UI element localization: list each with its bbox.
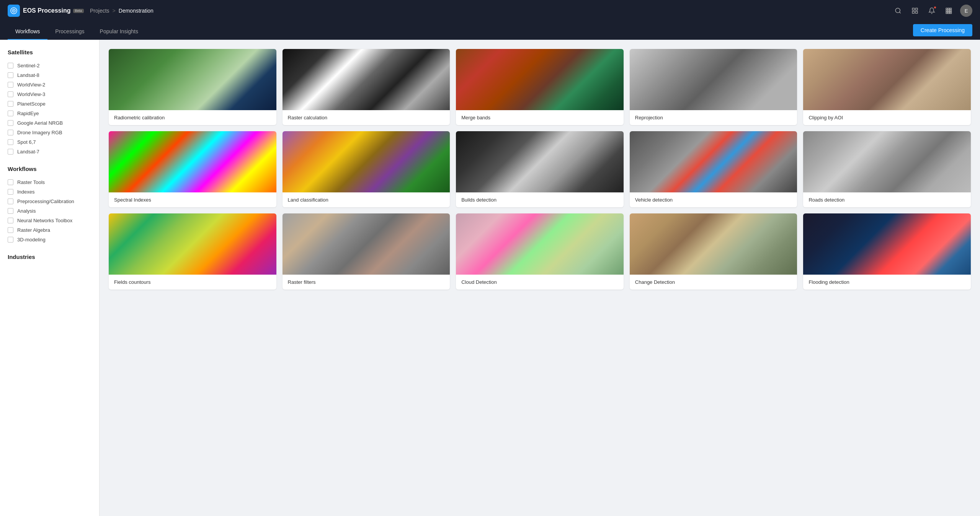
card-flooding[interactable]: Flooding detection (803, 213, 971, 290)
sidebar-label-3d-modeling: 3D-modeling (17, 237, 46, 243)
sidebar-item-sentinel-2[interactable]: Sentinel-2 (8, 61, 91, 70)
sidebar-item-landsat-8[interactable]: Landsat-8 (8, 70, 91, 80)
checkbox-landsat-8[interactable] (8, 72, 13, 78)
checkbox-indexes[interactable] (8, 189, 13, 195)
card-image-cloud (456, 213, 624, 275)
svg-rect-16 (950, 12, 952, 14)
card-image-raster-calc (283, 49, 450, 110)
logo[interactable]: EOS Processing Beta (8, 5, 84, 17)
card-merge-bands[interactable]: Merge bands (456, 49, 624, 125)
card-label-fields: Fields countours (109, 275, 276, 290)
avatar[interactable]: E (960, 5, 972, 17)
beta-badge: Beta (73, 9, 84, 13)
card-vehicle[interactable]: Vehicle detection (630, 131, 797, 207)
logo-icon (8, 5, 20, 17)
card-roads[interactable]: Roads detection (803, 131, 971, 207)
sidebar: Satellites Sentinel-2 Landsat-8 WorldVie… (0, 40, 100, 516)
card-land-class[interactable]: Land classification (283, 131, 450, 207)
sidebar-item-worldview-2[interactable]: WorldView-2 (8, 80, 91, 90)
search-icon[interactable] (893, 5, 903, 16)
svg-rect-4 (912, 8, 914, 10)
sidebar-item-spot-67[interactable]: Spot 6,7 (8, 137, 91, 147)
checkbox-neural-networks[interactable] (8, 218, 13, 223)
card-label-merge-bands: Merge bands (456, 110, 624, 125)
checkbox-planetscope[interactable] (8, 101, 13, 107)
sidebar-item-raster-tools[interactable]: Raster Tools (8, 177, 91, 187)
sidebar-item-worldview-3[interactable]: WorldView-3 (8, 90, 91, 99)
tab-processings[interactable]: Processings (47, 24, 92, 40)
sidebar-label-drone-imagery: Drone Imagery RGB (17, 130, 62, 135)
card-image-raster-filters (283, 213, 450, 275)
card-clipping[interactable]: Clipping by AOI (803, 49, 971, 125)
tab-popular-insights[interactable]: Popular Insights (92, 24, 146, 40)
card-label-vehicle: Vehicle detection (630, 192, 797, 207)
sidebar-label-sentinel-2: Sentinel-2 (17, 63, 40, 68)
card-reprojection[interactable]: Reprojection (630, 49, 797, 125)
card-radiometric[interactable]: Radiometric calibration (109, 49, 276, 125)
sidebar-item-3d-modeling[interactable]: 3D-modeling (8, 235, 91, 244)
checkbox-worldview-3[interactable] (8, 91, 13, 97)
card-image-radiometric (109, 49, 276, 110)
card-cloud[interactable]: Cloud Detection (456, 213, 624, 290)
svg-point-2 (13, 10, 15, 11)
card-raster-calc[interactable]: Raster calculation (283, 49, 450, 125)
card-label-reprojection: Reprojection (630, 110, 797, 125)
card-fields[interactable]: Fields countours (109, 213, 276, 290)
sidebar-item-indexes[interactable]: Indexes (8, 187, 91, 197)
tab-workflows[interactable]: Workflows (8, 24, 47, 40)
checkbox-worldview-2[interactable] (8, 82, 13, 88)
card-label-radiometric: Radiometric calibration (109, 110, 276, 125)
checkbox-preprocessing[interactable] (8, 199, 13, 204)
sidebar-item-raster-algebra[interactable]: Raster Algebra (8, 225, 91, 235)
sidebar-label-analysis: Analysis (17, 208, 36, 214)
sidebar-item-rapideye[interactable]: RapidEye (8, 109, 91, 118)
card-image-change (630, 213, 797, 275)
main-layout: Satellites Sentinel-2 Landsat-8 WorldVie… (0, 40, 980, 516)
card-label-builds: Builds detection (456, 192, 624, 207)
industries-section: Industries (8, 254, 91, 260)
card-image-fields (109, 213, 276, 275)
checkbox-sentinel-2[interactable] (8, 63, 13, 68)
sidebar-item-analysis[interactable]: Analysis (8, 206, 91, 216)
sidebar-item-planetscope[interactable]: PlanetScope (8, 99, 91, 109)
svg-rect-15 (948, 12, 950, 14)
card-label-clipping: Clipping by AOI (803, 110, 971, 125)
windows-icon[interactable] (910, 5, 920, 16)
card-label-change: Change Detection (630, 275, 797, 290)
checkbox-landsat-7[interactable] (8, 149, 13, 155)
card-label-cloud: Cloud Detection (456, 275, 624, 290)
create-processing-button[interactable]: Create Processing (913, 24, 972, 36)
sidebar-item-preprocessing[interactable]: Preprocessing/Calibration (8, 197, 91, 206)
card-label-spectral: Spectral Indexes (109, 192, 276, 207)
svg-rect-10 (950, 8, 952, 10)
checkbox-analysis[interactable] (8, 208, 13, 214)
svg-rect-12 (948, 10, 950, 12)
checkbox-rapideye[interactable] (8, 111, 13, 116)
satellites-section: Satellites Sentinel-2 Landsat-8 WorldVie… (8, 49, 91, 156)
sidebar-item-neural-networks[interactable]: Neural Networks Toolbox (8, 216, 91, 225)
checkbox-drone-imagery[interactable] (8, 130, 13, 135)
checkbox-3d-modeling[interactable] (8, 237, 13, 243)
bell-icon[interactable] (926, 5, 937, 16)
card-builds[interactable]: Builds detection (456, 131, 624, 207)
sidebar-label-spot-67: Spot 6,7 (17, 139, 36, 145)
sidebar-label-google-aerial: Google Aerial NRGB (17, 120, 63, 126)
sidebar-item-landsat-7[interactable]: Landsat-7 (8, 147, 91, 156)
checkbox-raster-tools[interactable] (8, 179, 13, 185)
checkbox-google-aerial[interactable] (8, 120, 13, 126)
breadcrumb: Projects > Demonstration (90, 8, 154, 14)
sidebar-item-drone-imagery[interactable]: Drone Imagery RGB (8, 128, 91, 137)
svg-rect-5 (916, 8, 918, 10)
tabbar: Workflows Processings Popular Insights C… (0, 21, 980, 40)
card-label-land-class: Land classification (283, 192, 450, 207)
card-change[interactable]: Change Detection (630, 213, 797, 290)
card-spectral[interactable]: Spectral Indexes (109, 131, 276, 207)
sidebar-item-google-aerial[interactable]: Google Aerial NRGB (8, 118, 91, 128)
checkbox-raster-algebra[interactable] (8, 227, 13, 233)
checkbox-spot-67[interactable] (8, 139, 13, 145)
svg-rect-7 (916, 11, 918, 13)
card-raster-filters[interactable]: Raster filters (283, 213, 450, 290)
grid-icon[interactable] (943, 5, 954, 16)
breadcrumb-parent[interactable]: Projects (90, 8, 109, 14)
card-label-raster-filters: Raster filters (283, 275, 450, 290)
